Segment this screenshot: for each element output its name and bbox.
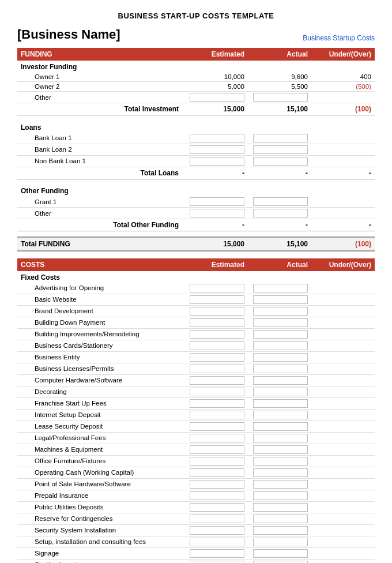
cost-item-actual	[248, 513, 311, 524]
other-funding-other-actual	[248, 208, 311, 219]
cost-item-label: Point of Sale Hardware/Software	[17, 478, 184, 490]
cost-item-estimated	[184, 455, 248, 467]
cost-item-label: Decorating	[17, 386, 184, 397]
cost-item-under-over	[311, 409, 375, 421]
list-item: Lease Security Deposit	[17, 421, 375, 432]
owner2-under-over: (500)	[311, 82, 375, 92]
owner2-actual: 5,500	[248, 82, 311, 92]
spacer2	[17, 179, 375, 185]
other-funding-other-under-over	[311, 208, 375, 219]
cost-item-under-over	[311, 397, 375, 409]
grant1-row: Grant 1	[17, 196, 375, 208]
cost-item-under-over	[311, 490, 375, 501]
total-funding-estimated: 15,000	[184, 237, 248, 251]
list-item: Building Improvements/Remodeling	[17, 328, 375, 340]
header-link[interactable]: Business Startup Costs	[303, 34, 375, 42]
list-item: Brand Development	[17, 305, 375, 317]
other-funding-label: Other Funding	[17, 185, 375, 196]
list-item: Basic Website	[17, 294, 375, 305]
loans-group: Loans	[17, 121, 375, 133]
cost-item-actual	[248, 409, 311, 421]
cost-item-estimated	[184, 547, 248, 559]
cost-item-label: Franchise Start Up Fees	[17, 397, 184, 409]
cost-item-under-over	[311, 340, 375, 351]
total-funding-row: Total FUNDING 15,000 15,100 (100)	[17, 237, 375, 251]
cost-item-label: Business Cards/Stationery	[17, 340, 184, 351]
cost-item-under-over	[311, 328, 375, 340]
cost-item-label: Computer Hardware/Software	[17, 374, 184, 386]
cost-item-actual	[248, 397, 311, 409]
total-investment-under-over: (100)	[311, 103, 375, 115]
costs-under-over-header: Under/(Over)	[311, 258, 375, 271]
list-item: Business Cards/Stationery	[17, 340, 375, 351]
cost-item-actual	[248, 536, 311, 547]
cost-item-under-over	[311, 305, 375, 317]
cost-item-estimated	[184, 317, 248, 328]
grant1-under-over	[311, 196, 375, 208]
other-funding-other-estimated	[184, 208, 248, 219]
cost-item-estimated	[184, 328, 248, 340]
cost-item-under-over	[311, 363, 375, 374]
total-other-funding-row: Total Other Funding - - -	[17, 219, 375, 231]
list-item: Business Licenses/Permits	[17, 363, 375, 374]
cost-item-under-over	[311, 386, 375, 397]
investor-funding-group: Investor Funding	[17, 61, 375, 72]
cost-item-actual	[248, 444, 311, 455]
under-over-header: Under/(Over)	[311, 48, 375, 61]
list-item: Building Down Payment	[17, 317, 375, 328]
cost-item-actual	[248, 386, 311, 397]
owner1-actual: 9,600	[248, 72, 311, 82]
investor-other-under-over	[311, 92, 375, 103]
cost-item-estimated	[184, 513, 248, 524]
total-loans-label: Total Loans	[17, 167, 184, 179]
cost-item-under-over	[311, 524, 375, 536]
cost-item-under-over	[311, 547, 375, 559]
cost-item-label: Office Furniture/Fixtures	[17, 455, 184, 467]
cost-item-under-over	[311, 455, 375, 467]
cost-item-under-over	[311, 536, 375, 547]
actual-header: Actual	[248, 48, 311, 61]
total-investment-actual: 15,100	[248, 103, 311, 115]
total-loans-row: Total Loans - - -	[17, 167, 375, 179]
cost-item-estimated	[184, 363, 248, 374]
total-other-funding-label: Total Other Funding	[17, 219, 184, 231]
list-item: Decorating	[17, 386, 375, 397]
list-item: Starting Inventory	[17, 559, 375, 563]
other-funding-group: Other Funding	[17, 185, 375, 196]
list-item: Computer Hardware/Software	[17, 374, 375, 386]
bank-loan-1-estimated	[184, 133, 248, 144]
costs-actual-header: Actual	[248, 258, 311, 271]
page-title: BUSINESS START-UP COSTS TEMPLATE	[17, 12, 375, 20]
investor-funding-label: Investor Funding	[17, 61, 375, 72]
spacer3	[17, 231, 375, 237]
bank-loan-1-row: Bank Loan 1	[17, 133, 375, 144]
loans-label: Loans	[17, 121, 375, 133]
cost-item-actual	[248, 305, 311, 317]
cost-item-estimated	[184, 305, 248, 317]
owner1-estimated: 10,000	[184, 72, 248, 82]
spacer1	[17, 115, 375, 121]
costs-estimated-header: Estimated	[184, 258, 248, 271]
cost-item-label: Legal/Professional Fees	[17, 432, 184, 444]
cost-item-actual	[248, 363, 311, 374]
funding-section-header: FUNDING Estimated Actual Under/(Over)	[17, 48, 375, 61]
list-item: Operating Cash (Working Capital)	[17, 467, 375, 478]
total-funding-actual: 15,100	[248, 237, 311, 251]
list-item: Prepaid Insurance	[17, 490, 375, 501]
estimated-header: Estimated	[184, 48, 248, 61]
total-other-actual: -	[248, 219, 311, 231]
cost-item-actual	[248, 524, 311, 536]
non-bank-loan-row: Non Bank Loan 1	[17, 155, 375, 167]
grant1-actual	[248, 196, 311, 208]
cost-item-actual	[248, 340, 311, 351]
cost-item-estimated	[184, 374, 248, 386]
cost-item-actual	[248, 283, 311, 294]
cost-item-estimated	[184, 467, 248, 478]
list-item: Signage	[17, 547, 375, 559]
grant1-estimated	[184, 196, 248, 208]
cost-item-actual	[248, 317, 311, 328]
cost-item-actual	[248, 328, 311, 340]
cost-item-actual	[248, 294, 311, 305]
fixed-costs-group: Fixed Costs	[17, 271, 375, 283]
costs-table: COSTS Estimated Actual Under/(Over) Fixe…	[17, 258, 375, 564]
